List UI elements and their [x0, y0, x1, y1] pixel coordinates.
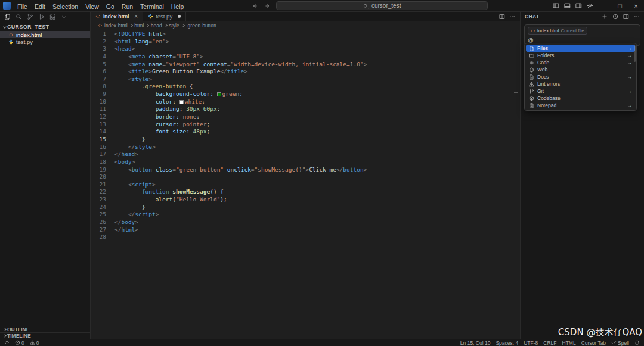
- status-item-spaces-4[interactable]: Spaces: 4: [496, 340, 518, 346]
- status-item-spell[interactable]: Spell: [611, 340, 629, 346]
- command-center-search[interactable]: cursor_test: [276, 1, 488, 10]
- window-minimize-button[interactable]: –: [596, 0, 612, 12]
- code-line[interactable]: 17</head>: [91, 151, 520, 158]
- gear-button[interactable]: [584, 0, 596, 12]
- code-line[interactable]: 12 border: none;: [91, 113, 520, 121]
- panel-bottom-button[interactable]: [562, 0, 573, 12]
- menu-help[interactable]: Help: [168, 3, 188, 10]
- breadcrumb-item[interactable]: head: [151, 23, 162, 29]
- code-line[interactable]: 28: [91, 233, 520, 241]
- code-line[interactable]: 26</body>: [91, 219, 520, 226]
- status-item-cursor-tab[interactable]: Cursor Tab: [581, 340, 606, 346]
- menu-edit[interactable]: Edit: [31, 3, 49, 10]
- code-line[interactable]: 15 }: [91, 136, 520, 144]
- code-line[interactable]: 25 </script>: [91, 211, 520, 219]
- section-timeline[interactable]: TIMELINE: [0, 332, 90, 339]
- status-item-utf-8[interactable]: UTF-8: [524, 340, 538, 346]
- files-activity-button[interactable]: [2, 12, 13, 22]
- context-option-web[interactable]: Web: [526, 66, 635, 73]
- context-option-codebase[interactable]: Codebase: [526, 95, 635, 102]
- menu-file[interactable]: File: [14, 3, 31, 10]
- context-chip[interactable]: index.html Current file: [528, 27, 587, 35]
- code-line[interactable]: 3<head>: [91, 45, 520, 53]
- breadcrumb-label: head: [151, 23, 162, 29]
- breadcrumb-item[interactable]: html: [134, 23, 144, 29]
- code-editor[interactable]: 1<!DOCTYPE html>2<html lang="en">3<head>…: [91, 30, 520, 241]
- search-activity-button[interactable]: [13, 12, 24, 22]
- code-line[interactable]: 10 color: white;: [91, 98, 520, 106]
- code-line[interactable]: 22 function showMessage() {: [91, 188, 520, 196]
- status-item-ln-15-col-10[interactable]: Ln 15, Col 10: [460, 340, 491, 346]
- dropdown-scrollbar[interactable]: [634, 45, 636, 62]
- code-line[interactable]: 19 <button class="green-button" onclick=…: [91, 166, 520, 174]
- menu-terminal[interactable]: Terminal: [137, 3, 168, 10]
- editor-split-button[interactable]: [499, 11, 505, 22]
- menu-go[interactable]: Go: [103, 3, 118, 10]
- status-item-0[interactable]: 0: [15, 340, 24, 346]
- scrollbar-thumb[interactable]: [514, 92, 518, 93]
- code-line[interactable]: 1<!DOCTYPE html>: [91, 30, 520, 38]
- code-line[interactable]: 11 padding: 30px 60px;: [91, 105, 520, 113]
- menu-selection[interactable]: Selection: [49, 3, 82, 10]
- status-item-html[interactable]: HTML: [562, 340, 576, 346]
- status-item-0[interactable]: 0: [30, 340, 39, 346]
- code-line[interactable]: 27</html>: [91, 226, 520, 234]
- context-option-files[interactable]: Files→: [526, 45, 635, 52]
- code-line[interactable]: 4 <meta charset="UTF-8">: [91, 53, 520, 61]
- status-item-crlf[interactable]: CRLF: [543, 340, 556, 346]
- context-option-notepad[interactable]: Notepad→: [526, 102, 635, 109]
- branch-activity-button[interactable]: [24, 12, 36, 22]
- code-line[interactable]: 13 cursor: pointer;: [91, 121, 520, 129]
- code-line[interactable]: 7 <style>: [91, 76, 520, 83]
- code-line[interactable]: 9 background-color: green;: [91, 91, 520, 98]
- code-line[interactable]: 23 alert("Hello World");: [91, 196, 520, 204]
- file-item-test.py[interactable]: test.py: [0, 38, 90, 45]
- panel-left-button[interactable]: [550, 0, 562, 12]
- context-option-lint-errors[interactable]: Lint errors: [526, 80, 635, 88]
- tab-close-icon[interactable]: ×: [134, 14, 138, 20]
- section-outline[interactable]: OUTLINE: [0, 326, 90, 332]
- context-option-git[interactable]: Git→: [526, 88, 635, 95]
- code-line[interactable]: 2<html lang="en">: [91, 38, 520, 46]
- chevron-down-activity-button[interactable]: [58, 12, 70, 22]
- chat-plus-button[interactable]: [602, 11, 608, 22]
- extensions-activity-button[interactable]: [47, 12, 58, 22]
- chat-ellipsis-button[interactable]: [634, 11, 640, 22]
- menu-view[interactable]: View: [82, 3, 103, 10]
- tab-test.py[interactable]: test.py: [143, 12, 186, 21]
- debug-activity-button[interactable]: [36, 12, 47, 22]
- code-line[interactable]: 24 }: [91, 204, 520, 211]
- line-number: 23: [91, 196, 106, 204]
- editor-ellipsis-button[interactable]: [509, 11, 515, 22]
- code-line[interactable]: 6 <title>Green Button Example</title>: [91, 68, 520, 76]
- code-line[interactable]: 8 .green-button {: [91, 83, 520, 91]
- context-option-docs[interactable]: Docs→: [526, 73, 635, 80]
- window-close-button[interactable]: ×: [628, 0, 644, 12]
- code-line[interactable]: 18<body>: [91, 158, 520, 166]
- tab-index.html[interactable]: index.html×: [91, 12, 143, 21]
- line-content: <title>Green Button Example</title>: [106, 68, 247, 76]
- code-line[interactable]: 14 font-size: 48px;: [91, 128, 520, 136]
- status-item[interactable]: [4, 340, 10, 345]
- context-option-code[interactable]: Code→: [526, 59, 635, 66]
- menu-run[interactable]: Run: [118, 3, 137, 10]
- line-content: </script>: [106, 211, 159, 219]
- history-forward-button[interactable]: [263, 1, 273, 11]
- window-maximize-button[interactable]: □: [612, 0, 628, 12]
- code-line[interactable]: 16 </style>: [91, 144, 520, 151]
- context-option-folders[interactable]: Folders→: [526, 52, 635, 59]
- breadcrumb-item[interactable]: .green-button: [186, 23, 216, 29]
- code-line[interactable]: 20: [91, 173, 520, 181]
- explorer-header[interactable]: CURSOR_TEST: [0, 22, 90, 31]
- code-line[interactable]: 5 <meta name="viewport" content="width=d…: [91, 61, 520, 68]
- code-line[interactable]: 21 <script>: [91, 181, 520, 189]
- panel-right-button[interactable]: [573, 0, 584, 12]
- breadcrumb-item[interactable]: style: [169, 23, 179, 29]
- code-editor-area[interactable]: 1<!DOCTYPE html>2<html lang="en">3<head>…: [91, 29, 520, 339]
- chat-split-button[interactable]: [623, 11, 629, 22]
- file-item-index.html[interactable]: index.html: [0, 31, 90, 38]
- history-back-button[interactable]: [250, 1, 259, 11]
- status-item[interactable]: [634, 340, 640, 345]
- breadcrumb-item[interactable]: index.html: [98, 23, 128, 29]
- chat-history-button[interactable]: [612, 11, 618, 22]
